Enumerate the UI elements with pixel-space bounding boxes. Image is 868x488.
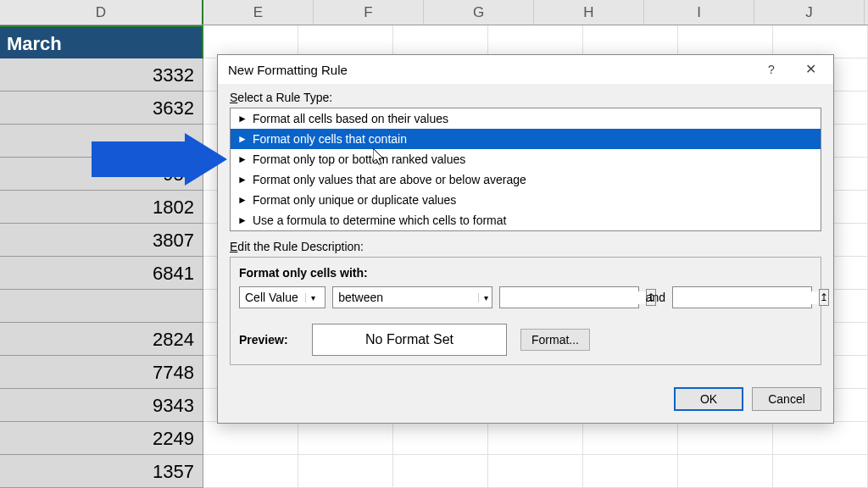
rule-type-list[interactable]: ►Format all cells based on their values … <box>230 108 821 231</box>
empty-cell[interactable] <box>298 455 393 488</box>
empty-cell[interactable] <box>203 422 298 455</box>
data-cell[interactable]: 2824 <box>0 323 203 356</box>
rule-type-label: Format only unique or duplicate values <box>253 193 456 207</box>
dialog-footer: OK Cancel <box>218 377 833 423</box>
callout-arrow-icon <box>92 133 227 186</box>
column-header-j[interactable]: J <box>754 0 865 25</box>
rule-description-box: Format only cells with: Cell Value ▾ bet… <box>230 257 821 365</box>
empty-cell[interactable] <box>488 455 583 488</box>
data-cell[interactable]: 3332 <box>0 58 203 92</box>
rule-type-label: Format only values that are above or bel… <box>253 173 526 186</box>
empty-cell[interactable] <box>773 455 868 488</box>
month-header-cell[interactable]: March <box>0 25 203 58</box>
empty-cell[interactable] <box>393 455 488 488</box>
column-header-e[interactable]: E <box>203 0 314 25</box>
preview-row: Preview: No Format Set Format... <box>239 324 812 356</box>
empty-cell[interactable] <box>583 455 678 488</box>
operator-select[interactable]: between ▾ <box>332 286 492 308</box>
column-header-g[interactable]: G <box>424 0 534 25</box>
empty-cell[interactable] <box>298 422 393 455</box>
rule-type-item-selected[interactable]: ►Format only cells that contain <box>231 129 821 149</box>
condition-type-select[interactable]: Cell Value ▾ <box>239 286 326 308</box>
data-cell[interactable]: 2249 <box>0 422 203 455</box>
empty-cell[interactable] <box>678 455 773 488</box>
and-label: and <box>646 291 665 304</box>
empty-cell[interactable] <box>393 422 488 455</box>
column-header-f[interactable]: F <box>314 0 424 25</box>
rule-type-item[interactable]: ►Format all cells based on their values <box>231 108 821 129</box>
operator-value: between <box>338 291 471 304</box>
rule-type-label: Format all cells based on their values <box>253 112 448 125</box>
data-cell[interactable]: 7748 <box>0 356 203 389</box>
range-from-field[interactable] <box>504 291 646 304</box>
preview-label: Preview: <box>239 333 298 347</box>
new-formatting-rule-dialog: New Formatting Rule ? ✕ Select a Rule Ty… <box>217 54 834 424</box>
bullet-icon: ► <box>237 113 248 125</box>
rule-type-item[interactable]: ►Format only unique or duplicate values <box>231 190 821 210</box>
condition-type-value: Cell Value <box>245 291 298 304</box>
format-only-cells-with-label: Format only cells with: <box>239 266 812 280</box>
range-picker-icon[interactable]: ↥ <box>819 289 829 306</box>
data-cell[interactable] <box>0 290 203 323</box>
data-column-d: March 3332 3632 953 1802 3807 6841 2824 … <box>0 25 203 488</box>
svg-marker-0 <box>92 133 227 186</box>
ok-button[interactable]: OK <box>674 387 743 411</box>
rule-type-label: Format only cells that contain <box>253 132 407 146</box>
empty-cell[interactable] <box>488 422 583 455</box>
bullet-icon: ► <box>237 214 248 226</box>
criteria-row: Cell Value ▾ between ▾ ↥ and ↥ <box>239 286 812 308</box>
chevron-down-icon: ▾ <box>478 293 488 302</box>
column-headers: D E F G H I J <box>0 0 868 25</box>
rule-type-item[interactable]: ►Use a formula to determine which cells … <box>231 210 821 230</box>
column-header-h[interactable]: H <box>534 0 644 25</box>
empty-cell[interactable] <box>583 422 678 455</box>
close-button[interactable]: ✕ <box>791 57 830 82</box>
dialog-titlebar[interactable]: New Formatting Rule ? ✕ <box>218 55 833 84</box>
column-header-d[interactable]: D <box>0 0 203 25</box>
data-cell[interactable]: 3632 <box>0 92 203 125</box>
data-cell[interactable]: 1802 <box>0 191 203 224</box>
dialog-title: New Formatting Rule <box>228 63 752 77</box>
chevron-down-icon: ▾ <box>305 293 315 302</box>
bullet-icon: ► <box>237 174 248 186</box>
range-to-input[interactable]: ↥ <box>672 286 812 308</box>
dialog-body: Select a Rule Type: ►Format all cells ba… <box>218 84 833 377</box>
empty-cell[interactable] <box>203 455 298 488</box>
cancel-button[interactable]: Cancel <box>752 387 821 411</box>
preview-box: No Format Set <box>312 324 507 356</box>
select-rule-type-label: Select a Rule Type: <box>230 91 821 104</box>
format-button[interactable]: Format... <box>520 329 590 351</box>
edit-rule-description-label: Edit the Rule Description: <box>230 240 821 253</box>
rule-type-item[interactable]: ►Format only values that are above or be… <box>231 169 821 190</box>
data-cell[interactable]: 9343 <box>0 389 203 422</box>
empty-cell[interactable] <box>773 422 868 455</box>
help-button[interactable]: ? <box>752 57 791 82</box>
rule-type-label: Use a formula to determine which cells t… <box>253 214 507 227</box>
rule-type-item[interactable]: ►Format only top or bottom ranked values <box>231 149 821 169</box>
rule-type-label: Format only top or bottom ranked values <box>253 152 465 166</box>
bullet-icon: ► <box>237 194 248 206</box>
range-from-input[interactable]: ↥ <box>499 286 639 308</box>
data-cell[interactable]: 3807 <box>0 224 203 257</box>
bullet-icon: ► <box>237 133 248 145</box>
range-to-field[interactable] <box>676 291 819 304</box>
data-cell[interactable]: 6841 <box>0 257 203 290</box>
column-header-i[interactable]: I <box>644 0 754 25</box>
data-cell[interactable]: 1357 <box>0 455 203 488</box>
bullet-icon: ► <box>237 153 248 165</box>
empty-cell[interactable] <box>678 422 773 455</box>
